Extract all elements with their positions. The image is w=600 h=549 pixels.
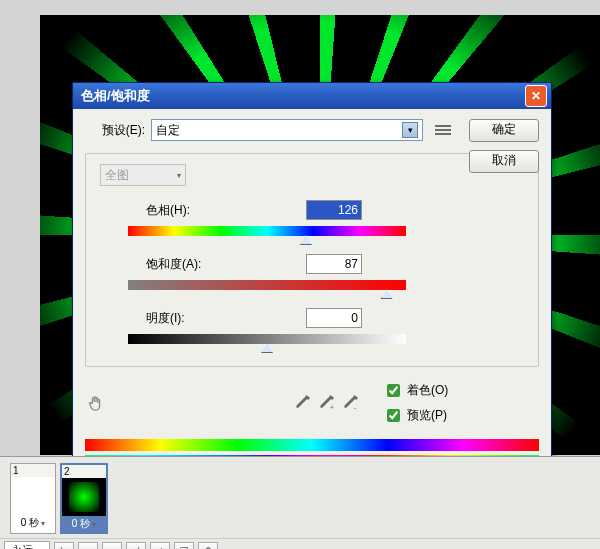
animation-timeline: 1 0 秒▾ 2 0 秒▾ 永远▾ |◂ ◂ ▸ ▸| ⇄ ❐ 🗑 — [0, 456, 600, 549]
chevron-down-icon: ▾ — [177, 171, 181, 180]
edit-channel-value: 全图 — [105, 167, 129, 184]
ok-button[interactable]: 确定 — [469, 119, 539, 142]
next-frame-button[interactable]: ▸| — [126, 542, 146, 550]
hue-label: 色相(H): — [100, 202, 306, 219]
scrubby-hand-icon[interactable] — [87, 394, 105, 412]
saturation-label: 饱和度(A): — [100, 256, 306, 273]
eyedropper-icon[interactable] — [295, 395, 311, 411]
delete-frame-button[interactable]: 🗑 — [198, 542, 218, 550]
edit-channel-select[interactable]: 全图 ▾ — [100, 164, 186, 186]
frame-duration[interactable]: 0 秒▾ — [62, 516, 106, 532]
lightness-slider[interactable] — [128, 334, 406, 346]
saturation-input[interactable] — [306, 254, 362, 274]
duplicate-frame-button[interactable]: ❐ — [174, 542, 194, 550]
svg-text:+: + — [330, 404, 334, 411]
frame-thumbnail — [11, 477, 55, 515]
frame-number: 2 — [62, 465, 106, 478]
hue-saturation-dialog: 色相/饱和度 ✕ 确定 取消 预设(E): 自定 ▾ 全图 ▾ 色相(H): — [72, 82, 552, 486]
preset-select[interactable]: 自定 ▾ — [151, 119, 423, 141]
first-frame-button[interactable]: |◂ — [54, 542, 74, 550]
play-button[interactable]: ▸ — [102, 542, 122, 550]
saturation-slider[interactable] — [128, 280, 406, 292]
preset-menu-icon[interactable] — [435, 123, 451, 137]
sliders-panel: 全图 ▾ 色相(H): 饱和度(A): — [85, 153, 539, 367]
dialog-titlebar[interactable]: 色相/饱和度 ✕ — [73, 83, 551, 109]
eyedropper-add-icon[interactable]: + — [319, 395, 335, 411]
dialog-title: 色相/饱和度 — [81, 87, 150, 105]
saturation-thumb[interactable] — [381, 289, 393, 299]
close-icon: ✕ — [531, 89, 541, 103]
loop-select[interactable]: 永远▾ — [4, 541, 50, 549]
frame-number: 1 — [11, 464, 55, 477]
preset-label: 预设(E): — [85, 122, 145, 139]
lightness-input[interactable] — [306, 308, 362, 328]
chevron-down-icon: ▾ — [402, 122, 418, 138]
hue-slider[interactable] — [128, 226, 406, 238]
colorize-checkbox[interactable]: 着色(O) — [383, 381, 448, 400]
tween-button[interactable]: ⇄ — [150, 542, 170, 550]
frame-duration[interactable]: 0 秒▾ — [11, 515, 55, 531]
preview-checkbox[interactable]: 预览(P) — [383, 406, 448, 425]
hue-thumb[interactable] — [300, 235, 312, 245]
svg-text:-: - — [354, 404, 357, 411]
frame-2[interactable]: 2 0 秒▾ — [60, 463, 108, 534]
preset-value: 自定 — [156, 122, 180, 139]
lightness-thumb[interactable] — [261, 343, 273, 353]
hue-bar-input — [85, 439, 539, 451]
prev-frame-button[interactable]: ◂ — [78, 542, 98, 550]
hue-input[interactable] — [306, 200, 362, 220]
lightness-label: 明度(I): — [100, 310, 306, 327]
close-button[interactable]: ✕ — [525, 85, 547, 107]
cancel-button[interactable]: 取消 — [469, 150, 539, 173]
eyedropper-subtract-icon[interactable]: - — [343, 395, 359, 411]
frame-thumbnail — [62, 478, 106, 516]
frame-1[interactable]: 1 0 秒▾ — [10, 463, 56, 534]
